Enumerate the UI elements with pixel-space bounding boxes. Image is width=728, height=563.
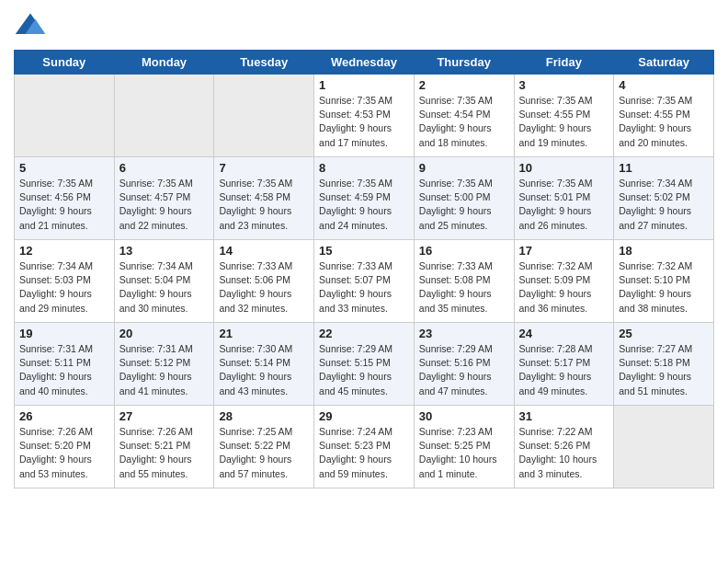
cell-info: Sunrise: 7:35 AMSunset: 4:58 PMDaylight:… [219, 177, 309, 233]
calendar-cell: 12Sunrise: 7:34 AMSunset: 5:03 PMDayligh… [15, 240, 115, 323]
calendar-cell: 14Sunrise: 7:33 AMSunset: 5:06 PMDayligh… [214, 240, 314, 323]
cell-info: Sunrise: 7:28 AMSunset: 5:17 PMDaylight:… [519, 342, 609, 398]
cell-info: Sunrise: 7:32 AMSunset: 5:09 PMDaylight:… [519, 259, 609, 316]
date-number: 27 [119, 409, 210, 423]
date-number: 18 [619, 244, 709, 258]
cell-info: Sunrise: 7:31 AMSunset: 5:11 PMDaylight:… [19, 342, 109, 398]
week-row-1: 1Sunrise: 7:35 AMSunset: 4:53 PMDaylight… [15, 75, 714, 157]
date-number: 16 [419, 244, 509, 258]
day-header-wednesday: Wednesday [314, 51, 415, 75]
day-header-monday: Monday [114, 51, 214, 75]
calendar-cell: 9Sunrise: 7:35 AMSunset: 5:00 PMDaylight… [414, 157, 514, 240]
calendar-cell: 3Sunrise: 7:35 AMSunset: 4:55 PMDaylight… [514, 75, 614, 157]
calendar-cell [614, 406, 714, 488]
cell-info: Sunrise: 7:29 AMSunset: 5:16 PMDaylight:… [419, 342, 509, 398]
calendar-cell: 17Sunrise: 7:32 AMSunset: 5:09 PMDayligh… [514, 240, 614, 323]
date-number: 19 [19, 327, 109, 340]
calendar-cell: 8Sunrise: 7:35 AMSunset: 4:59 PMDaylight… [314, 157, 415, 240]
date-number: 13 [119, 244, 210, 258]
date-number: 30 [419, 409, 509, 423]
cell-info: Sunrise: 7:26 AMSunset: 5:21 PMDaylight:… [119, 425, 210, 481]
cell-info: Sunrise: 7:32 AMSunset: 5:10 PMDaylight:… [619, 259, 709, 316]
calendar-cell: 25Sunrise: 7:27 AMSunset: 5:18 PMDayligh… [614, 323, 714, 406]
date-number: 29 [319, 409, 409, 423]
day-header-saturday: Saturday [614, 51, 714, 75]
date-number: 5 [19, 161, 109, 175]
calendar-cell: 4Sunrise: 7:35 AMSunset: 4:55 PMDaylight… [614, 75, 714, 157]
calendar-cell [114, 75, 214, 157]
calendar-table: SundayMondayTuesdayWednesdayThursdayFrid… [14, 50, 714, 488]
date-number: 26 [19, 409, 109, 423]
date-number: 3 [519, 78, 609, 92]
cell-info: Sunrise: 7:35 AMSunset: 4:55 PMDaylight:… [519, 94, 609, 150]
logo [14, 9, 51, 42]
cell-info: Sunrise: 7:22 AMSunset: 5:26 PMDaylight:… [519, 425, 609, 481]
calendar-cell [15, 75, 115, 157]
cell-info: Sunrise: 7:33 AMSunset: 5:07 PMDaylight:… [319, 259, 409, 316]
calendar-cell: 19Sunrise: 7:31 AMSunset: 5:11 PMDayligh… [15, 323, 115, 406]
cell-info: Sunrise: 7:35 AMSunset: 4:53 PMDaylight:… [319, 94, 409, 150]
calendar-cell: 24Sunrise: 7:28 AMSunset: 5:17 PMDayligh… [514, 323, 614, 406]
calendar-cell: 18Sunrise: 7:32 AMSunset: 5:10 PMDayligh… [614, 240, 714, 323]
week-row-5: 26Sunrise: 7:26 AMSunset: 5:20 PMDayligh… [15, 406, 714, 488]
week-row-2: 5Sunrise: 7:35 AMSunset: 4:56 PMDaylight… [15, 157, 714, 240]
cell-info: Sunrise: 7:33 AMSunset: 5:06 PMDaylight:… [219, 259, 309, 316]
calendar-cell: 20Sunrise: 7:31 AMSunset: 5:12 PMDayligh… [114, 323, 214, 406]
date-number: 17 [519, 244, 609, 258]
calendar-cell: 15Sunrise: 7:33 AMSunset: 5:07 PMDayligh… [314, 240, 415, 323]
cell-info: Sunrise: 7:35 AMSunset: 5:00 PMDaylight:… [419, 177, 509, 233]
date-number: 10 [519, 161, 609, 175]
calendar-cell: 31Sunrise: 7:22 AMSunset: 5:26 PMDayligh… [514, 406, 614, 488]
date-number: 8 [319, 161, 409, 175]
page: SundayMondayTuesdayWednesdayThursdayFrid… [0, 0, 728, 502]
cell-info: Sunrise: 7:34 AMSunset: 5:04 PMDaylight:… [119, 259, 210, 316]
calendar-cell: 13Sunrise: 7:34 AMSunset: 5:04 PMDayligh… [114, 240, 214, 323]
cell-info: Sunrise: 7:35 AMSunset: 5:01 PMDaylight:… [519, 177, 609, 233]
calendar-cell: 23Sunrise: 7:29 AMSunset: 5:16 PMDayligh… [414, 323, 514, 406]
header [14, 9, 714, 42]
calendar-cell: 16Sunrise: 7:33 AMSunset: 5:08 PMDayligh… [414, 240, 514, 323]
calendar-cell: 30Sunrise: 7:23 AMSunset: 5:25 PMDayligh… [414, 406, 514, 488]
calendar-cell: 6Sunrise: 7:35 AMSunset: 4:57 PMDaylight… [114, 157, 214, 240]
calendar-cell: 28Sunrise: 7:25 AMSunset: 5:22 PMDayligh… [214, 406, 314, 488]
cell-info: Sunrise: 7:31 AMSunset: 5:12 PMDaylight:… [119, 342, 210, 398]
cell-info: Sunrise: 7:35 AMSunset: 4:56 PMDaylight:… [19, 177, 109, 233]
cell-info: Sunrise: 7:25 AMSunset: 5:22 PMDaylight:… [219, 425, 309, 481]
date-number: 21 [219, 327, 309, 340]
week-row-4: 19Sunrise: 7:31 AMSunset: 5:11 PMDayligh… [15, 323, 714, 406]
cell-info: Sunrise: 7:23 AMSunset: 5:25 PMDaylight:… [419, 425, 509, 481]
day-header-friday: Friday [514, 51, 614, 75]
calendar-cell: 29Sunrise: 7:24 AMSunset: 5:23 PMDayligh… [314, 406, 415, 488]
calendar-body: 1Sunrise: 7:35 AMSunset: 4:53 PMDaylight… [15, 75, 714, 488]
date-number: 9 [419, 161, 509, 175]
date-number: 4 [619, 78, 709, 92]
date-number: 1 [319, 78, 409, 92]
week-row-3: 12Sunrise: 7:34 AMSunset: 5:03 PMDayligh… [15, 240, 714, 323]
date-number: 12 [19, 244, 109, 258]
cell-info: Sunrise: 7:34 AMSunset: 5:03 PMDaylight:… [19, 259, 109, 316]
cell-info: Sunrise: 7:26 AMSunset: 5:20 PMDaylight:… [19, 425, 109, 481]
calendar-cell: 21Sunrise: 7:30 AMSunset: 5:14 PMDayligh… [214, 323, 314, 406]
days-header-row: SundayMondayTuesdayWednesdayThursdayFrid… [15, 51, 714, 75]
date-number: 7 [219, 161, 309, 175]
calendar-cell: 7Sunrise: 7:35 AMSunset: 4:58 PMDaylight… [214, 157, 314, 240]
date-number: 20 [119, 327, 210, 340]
date-number: 25 [619, 327, 709, 340]
date-number: 2 [419, 78, 509, 92]
date-number: 14 [219, 244, 309, 258]
date-number: 31 [519, 409, 609, 423]
date-number: 15 [319, 244, 409, 258]
calendar-cell: 10Sunrise: 7:35 AMSunset: 5:01 PMDayligh… [514, 157, 614, 240]
calendar-cell: 26Sunrise: 7:26 AMSunset: 5:20 PMDayligh… [15, 406, 115, 488]
date-number: 23 [419, 327, 509, 340]
date-number: 11 [619, 161, 709, 175]
day-header-sunday: Sunday [15, 51, 115, 75]
cell-info: Sunrise: 7:29 AMSunset: 5:15 PMDaylight:… [319, 342, 409, 398]
calendar-cell: 22Sunrise: 7:29 AMSunset: 5:15 PMDayligh… [314, 323, 415, 406]
calendar-cell: 27Sunrise: 7:26 AMSunset: 5:21 PMDayligh… [114, 406, 214, 488]
logo-icon [14, 9, 47, 42]
date-number: 22 [319, 327, 409, 340]
cell-info: Sunrise: 7:24 AMSunset: 5:23 PMDaylight:… [319, 425, 409, 481]
calendar-cell [214, 75, 314, 157]
date-number: 28 [219, 409, 309, 423]
